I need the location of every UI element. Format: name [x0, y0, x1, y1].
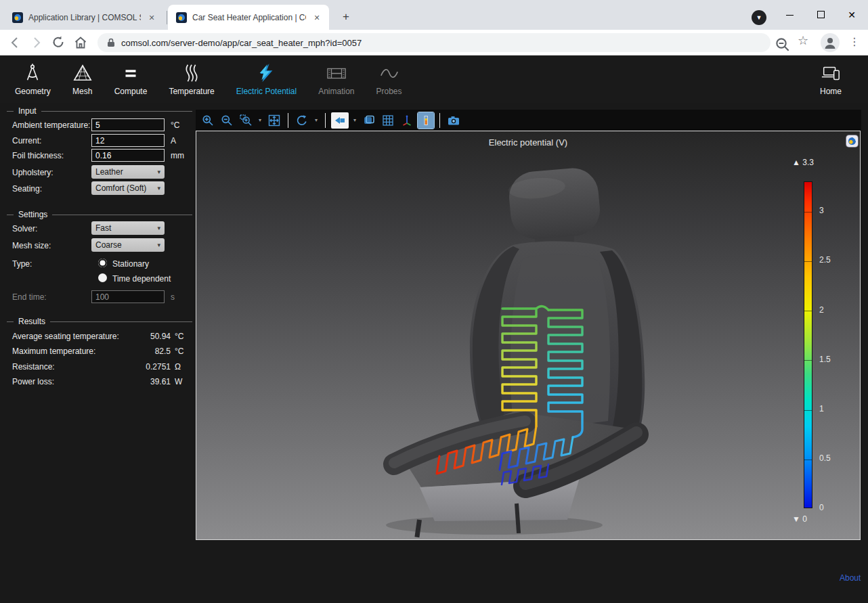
window-maximize-button[interactable]	[810, 8, 831, 22]
end-time-row: End time: 100 s	[7, 290, 195, 305]
profile-avatar[interactable]	[821, 33, 840, 52]
zoom-in-button[interactable]	[200, 112, 216, 129]
legend-tick: 2.5	[819, 255, 831, 265]
zoom-box-menu-caret[interactable]: ▾	[257, 117, 263, 123]
radio-stationary[interactable]	[98, 259, 107, 267]
ribbon-geometry-button[interactable]: Geometry	[4, 58, 62, 101]
devices-home-icon	[819, 63, 842, 83]
plot-canvas-3d-view[interactable]: Electric potential (V) ▲ 3.3 3 2.5 2 1.5…	[196, 131, 861, 540]
legend-tick: 0	[819, 503, 824, 512]
geometry-compass-icon	[22, 63, 43, 83]
chrome-update-icon[interactable]: ▼	[752, 10, 766, 25]
browser-url-bar: comsol.com/server-demo/app/car_seat_heat…	[0, 30, 868, 55]
tab-close-icon[interactable]: ✕	[311, 12, 322, 23]
grid-button[interactable]	[380, 112, 396, 129]
lightning-bolt-icon	[256, 63, 276, 83]
transparency-icon	[363, 114, 375, 127]
magnifier-plus-icon	[202, 114, 214, 127]
result-row: Average seating temperature: 50.94 °C	[7, 329, 195, 344]
color-legend-toggle-button[interactable]	[418, 112, 434, 129]
legend-tick: 2	[819, 305, 824, 315]
tab-close-icon[interactable]: ✕	[146, 12, 157, 23]
new-tab-button[interactable]: +	[337, 8, 355, 26]
browser-tab-strip: Application Library | COMSOL Se ✕ Car Se…	[0, 0, 868, 30]
legend-tick: 1	[819, 404, 824, 414]
tab-car-seat-heater[interactable]: Car Seat Heater Application | CO ✕	[168, 5, 329, 30]
comsol-logo[interactable]	[846, 135, 858, 147]
radio-time-dependent[interactable]	[98, 273, 107, 282]
zoom-out-button[interactable]	[219, 112, 235, 129]
bookmark-star-icon[interactable]: ☆	[798, 33, 808, 48]
tab-application-library[interactable]: Application Library | COMSOL Se ✕	[4, 5, 164, 30]
triangle-down-icon: ▼	[792, 514, 800, 524]
home-nav-icon[interactable]	[72, 35, 89, 51]
legend-tick: 1.5	[819, 355, 831, 364]
magnifier-box-icon	[240, 114, 252, 127]
chevron-down-icon: ▾	[157, 225, 160, 231]
about-link[interactable]: About	[840, 573, 861, 583]
ribbon-temperature-button[interactable]: Temperature	[158, 58, 225, 101]
rotate-view-button[interactable]	[294, 112, 310, 129]
chevron-down-icon: ▾	[157, 242, 160, 248]
foil-thickness-field[interactable]: 0.16	[91, 149, 165, 162]
browser-menu-icon[interactable]: ⋮	[849, 35, 860, 48]
triangle-up-icon: ▲	[792, 158, 800, 167]
window-close-button[interactable]: ✕	[842, 8, 862, 22]
window-minimize-button[interactable]	[779, 8, 800, 22]
transparency-button[interactable]	[361, 112, 377, 129]
mesh-size-dropdown[interactable]: Coarse ▾	[91, 238, 165, 252]
legend-tick: 0.5	[819, 453, 831, 463]
plot-toolbar: ▾ ▾ ▾	[196, 110, 861, 131]
reload-icon[interactable]	[50, 35, 66, 51]
tab-title: Application Library | COMSOL Se	[28, 13, 141, 22]
current-field[interactable]: 12	[91, 134, 165, 147]
forward-icon[interactable]	[28, 35, 45, 51]
result-value: 39.61	[150, 377, 171, 386]
comsol-favicon	[176, 12, 187, 23]
section-settings-header: Settings	[7, 210, 192, 219]
solver-row: Solver: Fast ▾	[7, 221, 195, 236]
ribbon-electric-potential-button[interactable]: Electric Potential	[225, 58, 307, 101]
input-sidebar: Input Ambient temperature: 5 °C Current:…	[7, 102, 195, 548]
upholstery-row: Upholstery: Leather ▾	[7, 165, 195, 180]
view-menu-caret[interactable]: ▾	[351, 117, 358, 123]
back-icon[interactable]	[7, 35, 23, 51]
color-legend-bar	[804, 181, 812, 508]
seating-dropdown[interactable]: Comfort (Soft) ▾	[91, 181, 165, 195]
camera-icon	[447, 114, 460, 127]
page-zoom-icon[interactable]	[775, 37, 791, 53]
type-row-2: Time dependent	[7, 271, 195, 286]
zoom-box-button[interactable]	[238, 112, 254, 129]
toolbar-separator	[288, 113, 288, 128]
view-orientation-button[interactable]	[331, 112, 349, 129]
rotate-menu-caret[interactable]: ▾	[313, 117, 320, 123]
ribbon-mesh-button[interactable]: Mesh	[62, 58, 104, 101]
ribbon-home-button[interactable]: Home	[808, 58, 853, 101]
film-strip-icon	[326, 63, 347, 83]
axes-button[interactable]	[399, 112, 415, 129]
ambient-temperature-row: Ambient temperature: 5 °C	[7, 118, 195, 133]
legend-max-marker: ▲ 3.3	[792, 158, 814, 167]
foil-thickness-row: Foil thickness: 0.16 mm	[7, 148, 195, 163]
plot-title: Electric potential (V)	[196, 137, 860, 148]
legend-min-marker: ▼ 0	[792, 514, 807, 524]
address-omnibox[interactable]: comsol.com/server-demo/app/car_seat_heat…	[97, 33, 771, 52]
ribbon-animation-button: Animation	[307, 58, 365, 101]
view-projector-icon	[334, 115, 346, 126]
chevron-down-icon: ▾	[157, 185, 160, 192]
upholstery-dropdown[interactable]: Leather ▾	[91, 165, 165, 179]
ribbon-compute-button[interactable]: Compute	[104, 58, 158, 101]
zoom-extents-button[interactable]	[266, 112, 282, 129]
current-row: Current: 12 A	[7, 133, 195, 148]
grid-icon	[382, 114, 394, 127]
temperature-waves-icon	[181, 63, 202, 83]
ambient-temperature-field[interactable]: 5	[91, 118, 165, 131]
snapshot-button[interactable]	[446, 112, 462, 129]
end-time-field: 100	[91, 290, 165, 303]
result-value: 82.5	[155, 347, 171, 356]
person-icon	[821, 33, 840, 52]
lock-icon	[107, 38, 115, 47]
result-row: Maximum temperature: 82.5 °C	[7, 344, 195, 359]
solver-dropdown[interactable]: Fast ▾	[91, 221, 165, 235]
mesh-triangle-icon	[72, 63, 93, 83]
